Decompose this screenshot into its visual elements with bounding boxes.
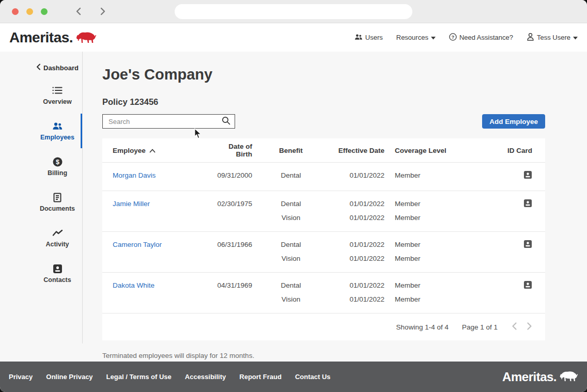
nav-assistance-label: Need Assistance? xyxy=(459,34,513,41)
app-header: Ameritas. Users Resources ? xyxy=(0,23,587,52)
users-icon xyxy=(354,34,363,42)
nav-resources-label: Resources xyxy=(396,34,428,41)
sidebar-item-label: Employees xyxy=(40,134,74,141)
page-indicator: Page 1 of 1 xyxy=(462,323,498,331)
footer-link-contact-us[interactable]: Contact Us xyxy=(295,373,331,381)
sidebar-item-label: Overview xyxy=(43,98,72,105)
question-circle-icon: ? xyxy=(449,33,457,42)
footer: Privacy Online Privacy Legal / Terms of … xyxy=(0,362,587,392)
chevron-down-icon xyxy=(573,34,578,41)
ameritas-logo[interactable]: Ameritas. xyxy=(9,30,97,45)
effective-date-cell: 01/01/2022 xyxy=(330,280,384,290)
footer-link-accessibility[interactable]: Accessibility xyxy=(185,373,226,381)
nav-username-label: Tess Usere xyxy=(537,34,570,41)
dob-cell: 04/31/1969 xyxy=(211,280,252,290)
id-card-icon[interactable] xyxy=(523,170,532,179)
column-header-dob: Date of Birth xyxy=(211,143,252,158)
sidebar: Dashboard Overview Employees xyxy=(0,52,83,362)
footer-ameritas-logo: Ameritas. xyxy=(502,370,578,383)
address-bar[interactable] xyxy=(175,4,412,19)
svg-text:$: $ xyxy=(56,158,59,165)
id-card-icon[interactable] xyxy=(523,199,532,208)
benefit-cell: Vision xyxy=(252,294,330,304)
browser-chrome xyxy=(0,0,587,23)
column-header-effective-date: Effective Date xyxy=(330,147,384,154)
bison-logo-icon xyxy=(75,31,97,46)
sidebar-item-contacts[interactable]: Contacts xyxy=(0,263,83,284)
chevron-down-icon xyxy=(431,34,436,41)
top-navigation: Users Resources ? Need Assistance? Tess … xyxy=(354,33,578,42)
id-card-icon[interactable] xyxy=(523,280,532,289)
showing-count: Showing 1-4 of 4 xyxy=(396,323,449,331)
nav-resources[interactable]: Resources xyxy=(396,34,436,41)
effective-date-cell: 01/01/2022 xyxy=(330,170,384,180)
page-title: Joe's Company xyxy=(102,66,587,83)
pagination-bar: Showing 1-4 of 4 Page 1 of 1 xyxy=(102,313,545,340)
sidebar-back-label: Dashboard xyxy=(43,64,79,72)
footer-links: Privacy Online Privacy Legal / Terms of … xyxy=(9,373,331,381)
footer-link-legal-terms[interactable]: Legal / Terms of Use xyxy=(106,373,172,381)
benefit-cell: Dental xyxy=(252,199,330,209)
table-row: Cameron Taylor 06/31/1966 Dental Vision … xyxy=(102,232,545,273)
sort-ascending-icon xyxy=(149,147,156,154)
dollar-circle-icon: $ xyxy=(53,156,63,167)
employee-name-link[interactable]: Cameron Taylor xyxy=(113,241,162,248)
list-icon xyxy=(52,85,63,96)
employee-name-link[interactable]: Dakota White xyxy=(113,281,155,289)
footer-link-report-fraud[interactable]: Report Fraud xyxy=(239,373,282,381)
sidebar-back-dashboard[interactable]: Dashboard xyxy=(36,64,83,72)
coverage-cell: Member xyxy=(395,170,488,180)
sidebar-item-employees[interactable]: Employees xyxy=(0,121,83,141)
close-window-button[interactable] xyxy=(12,8,19,15)
footer-brand-wordmark: Ameritas. xyxy=(502,371,557,383)
column-header-employee[interactable]: Employee xyxy=(102,147,211,154)
nav-users[interactable]: Users xyxy=(354,34,383,42)
column-header-benefit: Benefit xyxy=(252,147,330,154)
dob-cell: 06/31/1966 xyxy=(211,240,252,249)
window-controls xyxy=(0,8,48,15)
sidebar-item-label: Documents xyxy=(40,205,75,212)
footer-link-online-privacy[interactable]: Online Privacy xyxy=(46,373,92,381)
bison-logo-icon xyxy=(559,370,578,384)
sidebar-item-activity[interactable]: Activity xyxy=(0,228,83,248)
maximize-window-button[interactable] xyxy=(41,8,48,15)
effective-date-cell: 01/01/2022 xyxy=(330,213,384,223)
nav-user-menu[interactable]: Tess Usere xyxy=(527,33,578,42)
footer-link-privacy[interactable]: Privacy xyxy=(9,373,33,381)
contact-card-icon xyxy=(53,263,63,274)
dob-cell: 09/31/2000 xyxy=(211,170,252,180)
coverage-cell: Member xyxy=(395,240,488,249)
id-card-icon[interactable] xyxy=(523,240,532,248)
nav-need-assistance[interactable]: ? Need Assistance? xyxy=(449,33,513,42)
column-header-id-card: ID Card xyxy=(488,147,545,154)
effective-date-cell: 01/01/2022 xyxy=(330,294,384,304)
search-box xyxy=(102,114,235,129)
sidebar-item-overview[interactable]: Overview xyxy=(0,85,83,105)
svg-text:?: ? xyxy=(452,34,454,39)
employee-name-link[interactable]: Morgan Davis xyxy=(113,171,156,179)
sidebar-item-documents[interactable]: Documents xyxy=(0,192,83,212)
coverage-cell: Member xyxy=(395,213,488,223)
benefit-cell: Vision xyxy=(252,213,330,223)
table-header-row: Employee Date of Birth Benefit Effective… xyxy=(102,138,545,163)
table-row: Jamie Miller 02/30/1975 Dental Vision 01… xyxy=(102,191,545,232)
sidebar-item-billing[interactable]: $ Billing xyxy=(0,156,83,177)
previous-page-icon[interactable] xyxy=(511,322,518,332)
minimize-window-button[interactable] xyxy=(26,8,33,15)
employee-name-link[interactable]: Jamie Miller xyxy=(113,200,150,208)
effective-date-cell: 01/01/2022 xyxy=(330,199,384,209)
search-input[interactable] xyxy=(107,117,222,126)
coverage-cell: Member xyxy=(395,199,488,209)
next-page-icon[interactable] xyxy=(526,322,533,332)
browser-forward-icon[interactable] xyxy=(99,6,107,17)
people-icon xyxy=(52,121,63,131)
sidebar-item-label: Activity xyxy=(45,241,69,248)
terminated-employees-note: Terminated employees will display for 12… xyxy=(102,352,587,359)
sidebar-item-label: Billing xyxy=(48,169,67,177)
search-icon[interactable] xyxy=(222,116,230,127)
benefit-cell: Dental xyxy=(252,240,330,249)
nav-users-label: Users xyxy=(365,34,383,41)
policy-number: Policy 123456 xyxy=(102,97,587,107)
add-employee-button[interactable]: Add Employee xyxy=(482,114,545,129)
browser-back-icon[interactable] xyxy=(74,6,83,17)
